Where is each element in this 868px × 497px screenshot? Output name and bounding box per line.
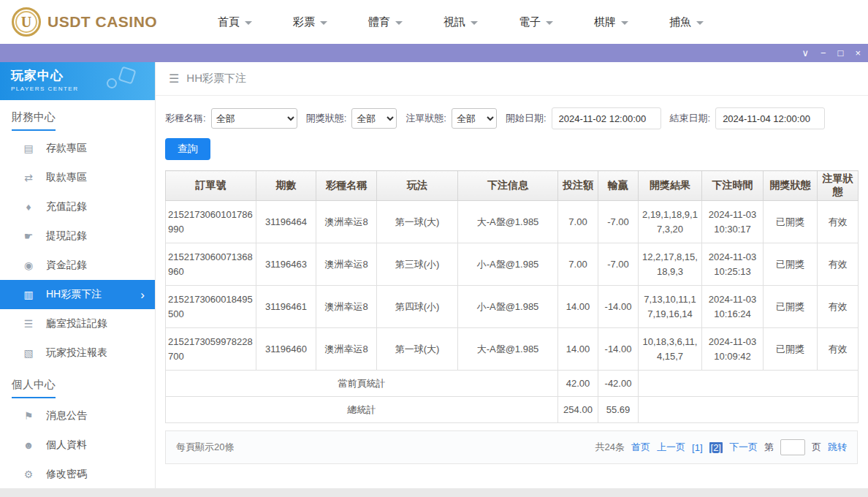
table-cell: -14.00 — [598, 286, 639, 328]
summary-bet-cell: 42.00 — [558, 371, 598, 397]
sidebar-item-label: 個人資料 — [46, 439, 87, 452]
cashout-record-icon: ☛ — [22, 230, 35, 242]
sidebar-item[interactable]: ◉資金記錄 — [0, 251, 155, 280]
goto-suffix: 页 — [812, 441, 821, 454]
breadcrumb-bar: ☰ HH彩票下注 — [156, 62, 868, 96]
recharge-record-icon: ♦ — [22, 201, 35, 213]
nav-item[interactable]: 棋牌 — [594, 15, 628, 29]
window-maximize-icon[interactable]: □ — [838, 48, 844, 58]
page-number[interactable]: [1] — [692, 442, 702, 453]
sidebar-menu: 財務中心▤存款專區⇄取款專區♦充值記錄☛提現記錄◉資金記錄▥HH彩票下注›☰廳室… — [0, 100, 155, 488]
lottery-bet-icon: ▥ — [22, 289, 35, 300]
player-report-icon: ▧ — [22, 347, 35, 359]
table-row: 215217306010178699031196464澳洲幸运8第一球(大)大-… — [166, 201, 859, 243]
nav-item[interactable]: 捕魚 — [669, 15, 704, 29]
table-cell: 第一球(大) — [377, 201, 458, 243]
chevron-right-icon: › — [140, 289, 145, 301]
summary-label-cell: 當前頁統計 — [166, 371, 558, 397]
sidebar-item[interactable]: ▧玩家投注報表 — [0, 338, 155, 368]
app-body: 玩家中心 PLAYERS CENTER 財務中心▤存款專區⇄取款專區♦充值記錄☛… — [0, 62, 868, 488]
next-page-link[interactable]: 下一页 — [729, 441, 758, 454]
sidebar-item-label: 消息公告 — [46, 409, 87, 422]
column-header: 期數 — [256, 171, 316, 201]
column-header: 開獎結果 — [639, 171, 702, 201]
sidebar-item-label: 資金記錄 — [46, 259, 87, 272]
main-nav: 首頁彩票體育視訊電子棋牌捕魚 — [218, 15, 704, 29]
funds-record-icon: ◉ — [22, 259, 35, 271]
column-header: 彩種名稱 — [316, 171, 377, 201]
sidebar-item[interactable]: ☛提現記錄 — [0, 221, 155, 251]
sidebar-item[interactable]: ⇄取款專區 — [0, 163, 155, 192]
table-header-row: 訂單號期數彩種名稱玩法下注信息投注額輸贏開獎結果下注時間開獎狀態注單狀態 — [166, 171, 859, 201]
table-cell: 澳洲幸运8 — [316, 286, 377, 328]
sidebar-item-label: HH彩票下注 — [46, 288, 102, 301]
pagination-bar: 每頁顯示20條 共24条 首页 上一页 [1][2] 下一页 第 页 跳转 — [165, 430, 858, 464]
query-button[interactable]: 查詢 — [165, 138, 210, 160]
sidebar-item[interactable]: ▥HH彩票下注› — [0, 280, 155, 309]
logo-icon: U — [12, 7, 41, 37]
nav-item-label: 彩票 — [293, 15, 315, 29]
order-status-filter-label: 注單狀態: — [406, 112, 446, 125]
sidebar-item[interactable]: ☰廳室投註記錄 — [0, 309, 155, 338]
table-cell: 31196464 — [256, 201, 316, 243]
sidebar-item[interactable]: ⚑消息公告 — [0, 401, 155, 430]
goto-page-input[interactable] — [780, 439, 805, 455]
sidebar-item[interactable]: ⚙修改密碼 — [0, 460, 155, 488]
main-content: ☰ HH彩票下注 彩種名稱: 全部 開獎狀態: 全部 注單狀態: 全部 — [156, 62, 868, 488]
column-header: 下注信息 — [458, 171, 558, 201]
table-cell: -7.00 — [598, 243, 639, 286]
sidebar-item-label: 廳室投註記錄 — [46, 317, 107, 330]
window-title-bar: ∨−□× — [0, 44, 868, 62]
sidebar-subtitle: PLAYERS CENTER — [11, 86, 155, 92]
brand-logo[interactable]: U USDT CASINO — [0, 7, 183, 37]
table-cell: 2152173060018495500 — [166, 286, 256, 328]
draw-status-filter-label: 開獎狀態: — [306, 112, 347, 125]
window-collapse-icon[interactable]: ∨ — [802, 48, 809, 58]
nav-item-label: 捕魚 — [669, 15, 691, 29]
hall-bet-record-icon: ☰ — [22, 318, 35, 330]
column-header: 玩法 — [377, 171, 458, 201]
table-cell: 已開獎 — [764, 328, 818, 371]
table-cell: 7.00 — [558, 243, 598, 286]
nav-item[interactable]: 體育 — [368, 15, 403, 29]
order-status-select[interactable]: 全部 — [452, 108, 497, 129]
nav-item[interactable]: 首頁 — [218, 15, 252, 29]
announcement-icon: ⚑ — [22, 410, 35, 422]
window-minimize-icon[interactable]: − — [821, 48, 826, 58]
summary-empty-cell — [639, 397, 859, 423]
nav-item[interactable]: 電子 — [519, 15, 553, 29]
page-number[interactable]: [2] — [709, 442, 723, 453]
table-cell: 有效 — [818, 201, 859, 243]
table-row: 215217306001849550031196461澳洲幸运8第四球(小)小-… — [166, 286, 859, 328]
table-cell: 7.00 — [558, 201, 598, 243]
app-window: U USDT CASINO 首頁彩票體育視訊電子棋牌捕魚 ∨−□× 玩家中心 P… — [0, 0, 868, 488]
table-cell: 10,18,3,6,11,4,15,7 — [639, 328, 702, 371]
draw-status-select[interactable]: 全部 — [351, 108, 397, 129]
lottery-select[interactable]: 全部 — [211, 108, 297, 129]
summary-winloss-cell: -42.00 — [598, 371, 639, 397]
prev-page-link[interactable]: 上一页 — [657, 441, 685, 454]
nav-item[interactable]: 彩票 — [293, 15, 327, 29]
nav-item[interactable]: 視訊 — [443, 15, 478, 29]
first-page-link[interactable]: 首页 — [631, 441, 650, 454]
end-date-input[interactable] — [715, 107, 825, 129]
goto-button[interactable]: 跳转 — [828, 441, 847, 454]
menu-toggle-icon[interactable]: ☰ — [169, 72, 179, 86]
column-header: 開獎狀態 — [764, 171, 818, 201]
chevron-down-icon — [395, 21, 403, 25]
page-links: [1][2] — [692, 442, 723, 453]
table-cell: 第一球(大) — [377, 328, 458, 371]
chevron-down-icon — [696, 21, 704, 25]
sidebar-item[interactable]: ☻個人資料 — [0, 430, 155, 460]
table-cell: 2,19,1,18,9,17,3,20 — [639, 201, 702, 243]
chevron-down-icon — [245, 21, 252, 25]
sidebar-item[interactable]: ▤存款專區 — [0, 134, 155, 163]
start-date-input[interactable] — [552, 107, 661, 129]
sidebar-item-label: 玩家投注報表 — [46, 346, 107, 360]
table-cell: 大-A盤@1.985 — [458, 201, 558, 243]
window-close-icon[interactable]: × — [855, 48, 861, 58]
table-cell: 有效 — [818, 243, 859, 286]
sidebar-item[interactable]: ♦充值記錄 — [0, 192, 155, 221]
sidebar-section-label: 個人中心 — [0, 368, 155, 401]
content-panel: 彩種名稱: 全部 開獎狀態: 全部 注單狀態: 全部 開始日期: 結束日期: — [156, 96, 868, 488]
